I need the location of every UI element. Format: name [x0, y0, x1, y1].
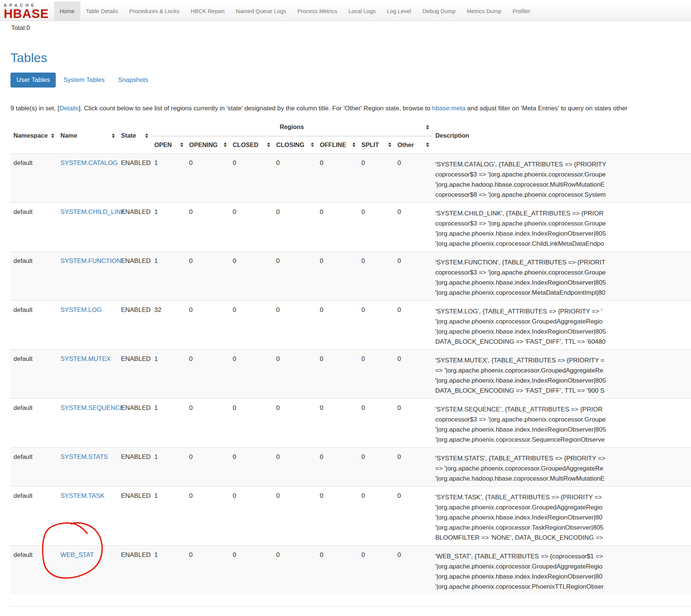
region-count-closing[interactable]: 0	[273, 251, 317, 300]
region-count-open[interactable]: 32	[151, 300, 186, 349]
region-count-split[interactable]: 0	[358, 300, 394, 349]
region-count-closing[interactable]: 0	[273, 398, 317, 447]
region-count-split[interactable]: 0	[358, 447, 394, 486]
region-count-open[interactable]: 1	[151, 545, 186, 594]
region-count-other[interactable]: 0	[394, 545, 432, 594]
header-region-state[interactable]: OPEN	[151, 136, 186, 153]
region-count-closed[interactable]: 0	[230, 447, 273, 486]
region-count-closed[interactable]: 0	[230, 300, 273, 349]
header-region-state[interactable]: Other	[394, 136, 432, 153]
region-count-other[interactable]: 0	[394, 251, 432, 300]
hbase-meta-link[interactable]: hbase:meta	[432, 105, 465, 112]
region-count-other[interactable]: 0	[394, 349, 432, 398]
region-count-closing[interactable]: 0	[273, 447, 317, 486]
nav-item[interactable]: Debug Dump	[417, 1, 461, 21]
table-name-link[interactable]: SYSTEM.TASK	[60, 492, 104, 499]
region-count-closed[interactable]: 0	[230, 202, 273, 251]
region-count-offline[interactable]: 0	[317, 300, 358, 349]
region-count-opening[interactable]: 0	[186, 398, 230, 447]
nav-item[interactable]: Process Metrics	[292, 1, 343, 21]
region-count-open[interactable]: 1	[151, 251, 186, 300]
header-name[interactable]: Name	[57, 118, 118, 153]
region-count-offline[interactable]: 0	[317, 447, 358, 486]
nav-item[interactable]: Home	[54, 1, 80, 21]
table-name-link[interactable]: WEB_STAT	[60, 551, 94, 558]
region-count-offline[interactable]: 0	[317, 486, 358, 545]
nav-item[interactable]: Table Details	[80, 1, 124, 21]
region-count-closed[interactable]: 0	[230, 545, 273, 594]
table-name-link[interactable]: SYSTEM.MUTEX	[60, 355, 110, 362]
nav-item[interactable]: Local Logs	[343, 1, 382, 21]
region-count-closed[interactable]: 0	[230, 251, 273, 300]
region-count-closing[interactable]: 0	[273, 202, 317, 251]
header-regions-group[interactable]: Regions	[151, 118, 432, 136]
header-region-state[interactable]: CLOSED	[230, 136, 273, 153]
table-name-link[interactable]: SYSTEM.LOG	[60, 306, 102, 313]
region-count-split[interactable]: 0	[358, 153, 394, 202]
nav-item[interactable]: Log Level	[381, 1, 417, 21]
table-name-link[interactable]: SYSTEM.SEQUENCE	[60, 404, 124, 411]
table-name-link[interactable]: SYSTEM.STATS	[60, 453, 108, 460]
region-count-split[interactable]: 0	[358, 349, 394, 398]
table-name-link[interactable]: SYSTEM.FUNCTION	[60, 257, 121, 264]
header-namespace[interactable]: Namespace	[10, 118, 57, 153]
region-count-open[interactable]: 1	[151, 202, 186, 251]
region-count-open[interactable]: 1	[151, 486, 186, 545]
region-count-other[interactable]: 0	[394, 153, 432, 202]
table-name-link[interactable]: SYSTEM.CATALOG	[60, 159, 117, 166]
region-count-closing[interactable]: 0	[273, 349, 317, 398]
header-region-state[interactable]: OPENING	[186, 136, 230, 153]
region-count-opening[interactable]: 0	[186, 545, 230, 594]
details-link[interactable]: Details	[59, 105, 79, 112]
region-count-closing[interactable]: 0	[273, 300, 317, 349]
header-region-state[interactable]: OFFLINE	[317, 136, 358, 153]
header-state[interactable]: State	[118, 118, 151, 153]
region-count-offline[interactable]: 0	[317, 349, 358, 398]
hbase-logo[interactable]: APACHE HBASE	[0, 1, 54, 21]
region-count-split[interactable]: 0	[358, 545, 394, 594]
region-count-opening[interactable]: 0	[186, 349, 230, 398]
region-count-closing[interactable]: 0	[273, 545, 317, 594]
tab-item[interactable]: Snapshots	[112, 73, 154, 88]
region-count-closing[interactable]: 0	[273, 153, 317, 202]
region-count-opening[interactable]: 0	[186, 153, 230, 202]
table-name-link[interactable]: SYSTEM.CHILD_LINK	[60, 208, 125, 215]
region-count-open[interactable]: 1	[151, 153, 186, 202]
region-count-opening[interactable]: 0	[186, 251, 230, 300]
region-count-closed[interactable]: 0	[230, 398, 273, 447]
region-count-closed[interactable]: 0	[230, 153, 273, 202]
region-count-opening[interactable]: 0	[186, 486, 230, 545]
region-count-other[interactable]: 0	[394, 300, 432, 349]
region-count-other[interactable]: 0	[394, 447, 432, 486]
region-count-other[interactable]: 0	[394, 398, 432, 447]
region-count-open[interactable]: 1	[151, 349, 186, 398]
region-count-offline[interactable]: 0	[317, 202, 358, 251]
region-count-split[interactable]: 0	[358, 251, 394, 300]
region-count-opening[interactable]: 0	[186, 300, 230, 349]
region-count-other[interactable]: 0	[394, 202, 432, 251]
region-count-offline[interactable]: 0	[317, 545, 358, 594]
region-count-open[interactable]: 1	[151, 447, 186, 486]
nav-item[interactable]: Procedures & Locks	[123, 1, 185, 21]
region-count-offline[interactable]: 0	[317, 251, 358, 300]
region-count-offline[interactable]: 0	[317, 153, 358, 202]
region-count-split[interactable]: 0	[358, 202, 394, 251]
header-region-state[interactable]: SPLIT	[358, 136, 394, 153]
region-count-opening[interactable]: 0	[186, 447, 230, 486]
region-count-opening[interactable]: 0	[186, 202, 230, 251]
header-region-state[interactable]: CLOSING	[273, 136, 317, 153]
region-count-other[interactable]: 0	[394, 486, 432, 545]
nav-item[interactable]: Named Queue Logs	[230, 1, 292, 21]
region-count-closing[interactable]: 0	[273, 486, 317, 545]
region-count-closed[interactable]: 0	[230, 349, 273, 398]
nav-item[interactable]: Profiler	[507, 1, 536, 21]
region-count-offline[interactable]: 0	[317, 398, 358, 447]
region-count-split[interactable]: 0	[358, 398, 394, 447]
tab-item[interactable]: User Tables	[10, 73, 56, 88]
nav-item[interactable]: HBCK Report	[185, 1, 230, 21]
nav-item[interactable]: Metrics Dump	[461, 1, 507, 21]
region-count-closed[interactable]: 0	[230, 486, 273, 545]
region-count-open[interactable]: 1	[151, 398, 186, 447]
tab-item[interactable]: System Tables	[57, 73, 110, 88]
region-count-split[interactable]: 0	[358, 486, 394, 545]
